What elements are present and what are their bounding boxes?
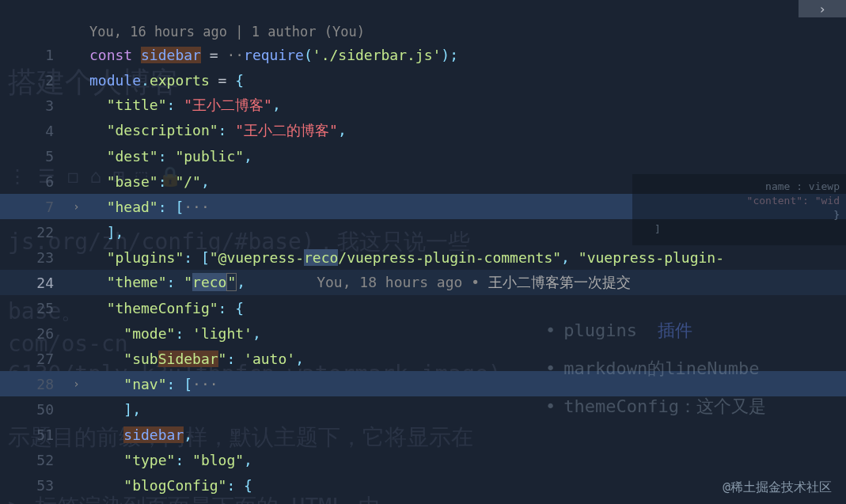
line-number: 52 xyxy=(0,452,63,468)
code-line[interactable]: 23 "plugins": ["@vuepress-reco/vuepress-… xyxy=(0,244,846,270)
line-number: 2 xyxy=(0,72,63,89)
code-line[interactable]: 5 "dest": "public", xyxy=(0,143,846,169)
identifier-sidebar: sidebar xyxy=(141,47,201,63)
identifier-sidebar: sidebar xyxy=(123,426,184,443)
code-editor[interactable]: › 搭建个人博客 ⋮ ☰ ◻ ⌂ ⊞ ⬚ 🔒 js.org/zh/config/… xyxy=(0,0,846,504)
code-line[interactable]: 53 "blogConfig": { xyxy=(0,472,846,498)
line-number: 5 xyxy=(0,148,63,165)
codelens-annotation[interactable]: You, 16 hours ago | 1 author (You) xyxy=(0,0,846,42)
code-line[interactable]: 50 ], xyxy=(0,396,846,422)
line-number: 51 xyxy=(0,426,63,443)
code-line[interactable]: 28 › "nav": [··· xyxy=(0,371,846,396)
chevron-right-icon: › xyxy=(818,2,826,17)
code-line[interactable]: 1 const sidebar = ··require('./siderbar.… xyxy=(0,42,846,67)
line-number: 27 xyxy=(0,351,63,367)
tab-scroll-button[interactable]: › xyxy=(799,0,846,17)
line-number: 22 xyxy=(0,224,63,241)
code-line[interactable]: 26 "mode": 'light', xyxy=(0,320,846,346)
code-line[interactable]: 24 "theme": "reco",You, 18 hours ago • 王… xyxy=(0,270,846,295)
line-number: 25 xyxy=(0,300,63,316)
chevron-right-icon[interactable]: › xyxy=(73,200,79,213)
code-line[interactable]: 4 "description": "王小二的博客", xyxy=(0,118,846,143)
line-number: 28 xyxy=(0,376,63,392)
line-number: 3 xyxy=(0,97,63,114)
code-line[interactable]: 51 sidebar, xyxy=(0,422,846,447)
watermark-text: @稀土掘金技术社区 xyxy=(723,479,832,496)
code-line[interactable]: 52 "type": "blog", xyxy=(0,447,846,472)
line-number: 23 xyxy=(0,249,63,266)
code-line[interactable]: 2 module.exports = { xyxy=(0,67,846,93)
line-number: 7 xyxy=(0,199,63,215)
line-number: 53 xyxy=(0,477,63,494)
line-number: 4 xyxy=(0,123,63,139)
code-line[interactable]: 25 "themeConfig": { xyxy=(0,295,846,320)
chevron-right-icon[interactable]: › xyxy=(73,377,79,390)
line-number: 24 xyxy=(0,275,63,291)
line-number: 6 xyxy=(0,173,63,190)
code-line[interactable]: 3 "title": "王小二博客", xyxy=(0,93,846,118)
line-number: 26 xyxy=(0,325,63,342)
line-number: 50 xyxy=(0,401,63,418)
code-line[interactable]: 27 "subSidebar": 'auto', xyxy=(0,346,846,371)
line-number: 1 xyxy=(0,47,63,63)
git-blame-annotation: You, 18 hours ago • 王小二博客第一次提交 xyxy=(317,274,631,290)
minimap-panel[interactable]: name : viewp "content": "wid } ] xyxy=(632,174,846,245)
